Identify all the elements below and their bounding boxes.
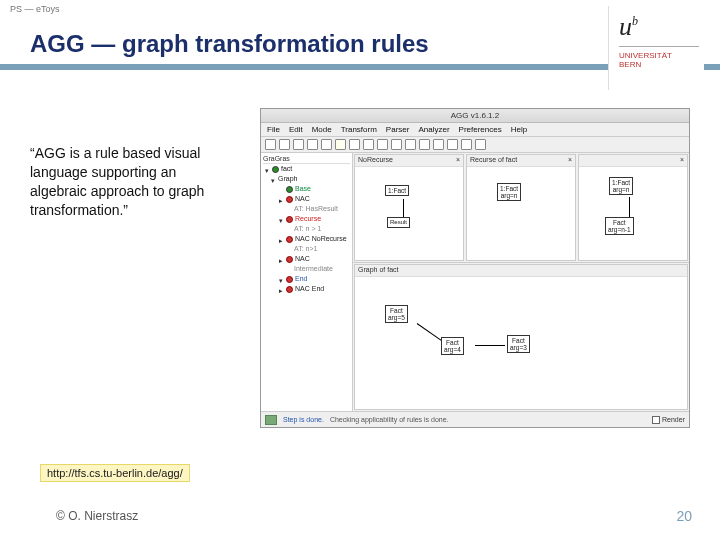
status-dot-icon <box>286 186 293 193</box>
nac-child[interactable]: Result <box>387 217 410 228</box>
status-dot-icon <box>286 276 293 283</box>
tree-item[interactable]: ▸NAC <box>263 194 350 204</box>
window-titlebar: AGG v1.6.1.2 <box>261 109 689 123</box>
tree-panel: GraGras ▾fact▾GraphBase▸NACAT: HasResult… <box>261 153 353 411</box>
tree-item-label: AT: n > 1 <box>294 224 321 234</box>
disclosure-icon[interactable]: ▸ <box>277 286 284 293</box>
toolbar <box>261 137 689 153</box>
node-sub: arg=3 <box>510 344 527 351</box>
node-label: Fact <box>608 219 631 226</box>
tree-item[interactable]: ▾Recurse <box>263 214 350 224</box>
logo-sup: b <box>632 14 638 28</box>
toolbar-icon[interactable] <box>433 139 444 150</box>
tree-item[interactable]: ▾End <box>263 274 350 284</box>
toolbar-icon[interactable] <box>363 139 374 150</box>
disclosure-icon[interactable] <box>285 226 292 233</box>
disclosure-icon[interactable]: ▸ <box>277 236 284 243</box>
menu-preferences[interactable]: Preferences <box>459 125 502 134</box>
render-checkbox[interactable]: Render <box>652 416 685 424</box>
toolbar-icon[interactable] <box>335 139 346 150</box>
rhs-node-top[interactable]: 1:Fact arg=n <box>609 177 633 195</box>
toolbar-icon[interactable] <box>461 139 472 150</box>
tree-item[interactable]: ▸NAC <box>263 254 350 264</box>
menu-parser[interactable]: Parser <box>386 125 410 134</box>
rule-row: NoRecurse× 1:Fact Result Recurse of fact… <box>353 153 689 263</box>
node-label: 1:Fact <box>500 185 518 192</box>
lhs-node[interactable]: 1:Fact arg=n <box>497 183 521 201</box>
tree-item[interactable]: Base <box>263 184 350 194</box>
toolbar-icon[interactable] <box>349 139 360 150</box>
graph-row: Graph of fact Fact arg=5 Fact arg=4 <box>353 263 689 411</box>
status-chip-icon[interactable] <box>265 415 277 425</box>
toolbar-icon[interactable] <box>475 139 486 150</box>
nac-node[interactable]: 1:Fact <box>385 185 409 196</box>
toolbar-icon[interactable] <box>279 139 290 150</box>
right-panels: NoRecurse× 1:Fact Result Recurse of fact… <box>353 153 689 411</box>
tree-item-label: NAC NoRecurse <box>295 234 347 244</box>
disclosure-icon[interactable] <box>285 266 292 273</box>
menu-transform[interactable]: Transform <box>341 125 377 134</box>
menu-mode[interactable]: Mode <box>312 125 332 134</box>
tree-item[interactable]: AT: n > 1 <box>263 224 350 234</box>
graph-node-3[interactable]: Fact arg=3 <box>507 335 530 353</box>
tree-item-label: Intermediate <box>294 264 333 274</box>
edge <box>475 345 505 346</box>
menu-analyzer[interactable]: Analyzer <box>418 125 449 134</box>
toolbar-icon[interactable] <box>321 139 332 150</box>
disclosure-icon[interactable] <box>285 206 292 213</box>
checkbox-icon <box>652 416 660 424</box>
tree-header: GraGras <box>263 154 350 164</box>
tree-item-label: Base <box>295 184 311 194</box>
rhs-node-bot[interactable]: Fact arg=n-1 <box>605 217 634 235</box>
disclosure-icon[interactable]: ▸ <box>277 196 284 203</box>
disclosure-icon[interactable]: ▾ <box>263 166 270 173</box>
tree-item[interactable]: AT: n>1 <box>263 244 350 254</box>
disclosure-icon[interactable]: ▾ <box>269 176 276 183</box>
disclosure-icon[interactable]: ▾ <box>277 276 284 283</box>
status-msg-1: Step is done. <box>283 416 324 423</box>
lhs-pane: Recurse of fact× 1:Fact arg=n <box>466 154 576 261</box>
disclosure-icon[interactable]: ▾ <box>277 216 284 223</box>
slide-title: AGG — graph transformation rules <box>30 30 429 58</box>
toolbar-icon[interactable] <box>405 139 416 150</box>
node-sub: arg=4 <box>444 346 461 353</box>
toolbar-icon[interactable] <box>293 139 304 150</box>
slide: PS — eToys AGG — graph transformation ru… <box>0 0 720 540</box>
node-sub: arg=n <box>500 192 518 199</box>
nac-pane: NoRecurse× 1:Fact Result <box>354 154 464 261</box>
tree-item[interactable]: ▸NAC NoRecurse <box>263 234 350 244</box>
tree-item-label: NAC <box>295 194 310 204</box>
toolbar-icon[interactable] <box>447 139 458 150</box>
toolbar-icon[interactable] <box>391 139 402 150</box>
menu-file[interactable]: File <box>267 125 280 134</box>
source-url[interactable]: http://tfs.cs.tu-berlin.de/agg/ <box>40 464 190 482</box>
menu-help[interactable]: Help <box>511 125 527 134</box>
logo-line2: BERN <box>619 60 704 69</box>
close-icon[interactable]: × <box>568 156 572 165</box>
toolbar-icon[interactable] <box>265 139 276 150</box>
toolbar-icon[interactable] <box>307 139 318 150</box>
toolbar-icon[interactable] <box>377 139 388 150</box>
checkbox-label: Render <box>662 416 685 423</box>
tree-item-label: fact <box>281 164 292 174</box>
tree-item[interactable]: ▾Graph <box>263 174 350 184</box>
status-bar: Step is done. Checking applicability of … <box>261 411 689 427</box>
tree-item[interactable]: ▾fact <box>263 164 350 174</box>
tree-item-label: Graph <box>278 174 297 184</box>
toolbar-icon[interactable] <box>419 139 430 150</box>
graph-node-2[interactable]: Fact arg=4 <box>441 337 464 355</box>
tree-item-label: Recurse <box>295 214 321 224</box>
agg-window: AGG v1.6.1.2 File Edit Mode Transform Pa… <box>260 108 690 428</box>
tree-item[interactable]: AT: HasResult <box>263 204 350 214</box>
status-dot-icon <box>286 256 293 263</box>
graph-node-1[interactable]: Fact arg=5 <box>385 305 408 323</box>
disclosure-icon[interactable] <box>277 186 284 193</box>
disclosure-icon[interactable] <box>285 246 292 253</box>
disclosure-icon[interactable]: ▸ <box>277 256 284 263</box>
tree-item[interactable]: ▸NAC End <box>263 284 350 294</box>
tree-item[interactable]: Intermediate <box>263 264 350 274</box>
menu-edit[interactable]: Edit <box>289 125 303 134</box>
close-icon[interactable]: × <box>456 156 460 165</box>
close-icon[interactable]: × <box>680 156 684 165</box>
tree-item-label: NAC <box>295 254 310 264</box>
